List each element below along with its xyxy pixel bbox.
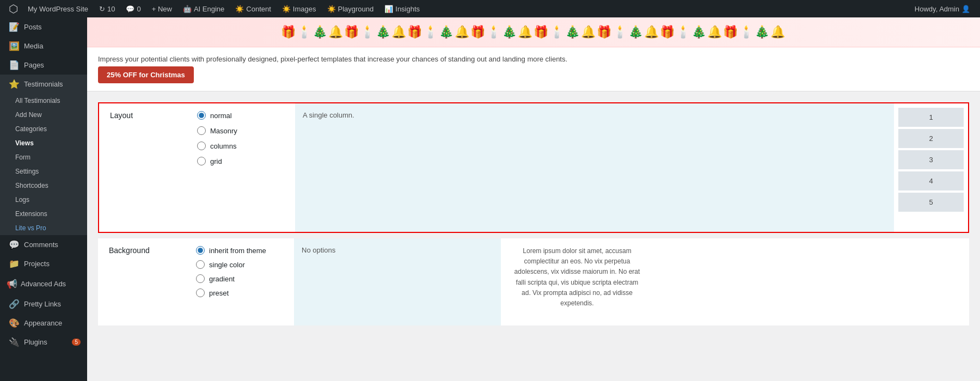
sidebar-item-comments[interactable]: 💬 Comments [0, 235, 87, 254]
revisions-item[interactable]: ↻ 10 [95, 0, 119, 17]
layout-option-columns[interactable]: columns [197, 142, 284, 150]
sidebar-pretty-links-label: Pretty Links [24, 300, 61, 308]
new-item[interactable]: + New [148, 0, 176, 17]
sidebar-sub-add-new[interactable]: Add New [0, 108, 87, 122]
revisions-icon: ↻ [99, 5, 105, 13]
sidebar-item-projects[interactable]: 📁 Projects [0, 254, 87, 273]
layout-option-masonry-label: Masonry [210, 127, 237, 135]
bg-option-gradient-label: gradient [209, 275, 235, 283]
posts-icon: 📝 [9, 22, 20, 32]
bg-option-preset[interactable]: preset [196, 288, 283, 297]
pages-icon: 📄 [9, 60, 20, 70]
comments-icon: 💬 [126, 5, 134, 13]
layout-radio-masonry[interactable] [197, 126, 206, 135]
background-label: Background [98, 238, 185, 325]
background-preview: No options [294, 238, 501, 325]
comments-count: 0 [137, 5, 140, 13]
images-icon: ☀️ [282, 5, 291, 13]
layout-option-grid[interactable]: grid [197, 157, 284, 165]
ai-engine-item[interactable]: 🤖 AI Engine [179, 0, 229, 17]
playground-item[interactable]: ☀️ Playground [323, 0, 378, 17]
background-no-options-text: No options [302, 246, 335, 254]
bg-radio-single[interactable] [196, 260, 205, 269]
content-icon: ☀️ [235, 5, 244, 13]
comments-sidebar-icon: 💬 [9, 239, 20, 250]
sidebar-sub-extensions[interactable]: Extensions [0, 207, 87, 221]
sidebar-item-posts[interactable]: 📝 Posts [0, 17, 87, 36]
site-name-item[interactable]: My WordPress Site [23, 0, 93, 17]
projects-icon: 📁 [9, 259, 20, 269]
layout-section: Layout normal Masonry columns [87, 91, 980, 336]
sidebar-pages-label: Pages [24, 61, 44, 69]
sidebar-sub-lite-vs-pro[interactable]: Lite vs Pro [0, 221, 87, 235]
sidebar-appearance-label: Appearance [24, 319, 62, 327]
layout-options: normal Masonry columns grid [186, 103, 295, 232]
layout-number-5[interactable]: 5 [898, 193, 964, 212]
bg-radio-gradient[interactable] [196, 274, 205, 283]
sidebar-sub-categories[interactable]: Categories [0, 122, 87, 136]
howdy-item[interactable]: Howdy, Admin 👤 [910, 0, 975, 17]
sidebar-item-pretty-links[interactable]: 🔗 Pretty Links [0, 294, 87, 314]
sidebar-testimonials-label: Testimonials [24, 80, 63, 88]
comments-item[interactable]: 💬 0 [121, 0, 145, 17]
layout-number-3[interactable]: 3 [898, 150, 964, 169]
sidebar-item-testimonials[interactable]: ⭐ Testimonials [0, 75, 87, 94]
sidebar-sub-logs[interactable]: Logs [0, 193, 87, 207]
layout-number-1[interactable]: 1 [898, 108, 964, 127]
bg-option-inherit[interactable]: inherit from theme [196, 246, 283, 255]
layout-option-columns-label: columns [210, 142, 236, 150]
christmas-offer-button[interactable]: 25% OFF for Christmas [98, 66, 194, 83]
advanced-ads-icon: 📢 [7, 279, 17, 289]
sidebar-submenu: All Testimonials Add New Categories View… [0, 94, 87, 235]
sidebar-comments-label: Comments [24, 241, 58, 249]
christmas-description: Impress your potential clients with prof… [98, 55, 567, 63]
christmas-icons: 🎁🕯️🎄🔔🎁🕯️🎄🔔🎁🕯️🎄🔔🎁🕯️🎄🔔🎁🕯️🎄🔔🎁🕯️🎄🔔🎁🕯️🎄🔔🎁🕯️🎄🔔 [281, 25, 786, 39]
bg-option-inherit-label: inherit from theme [209, 247, 266, 255]
pretty-links-icon: 🔗 [9, 299, 20, 309]
background-options: inherit from theme single color gradient… [185, 238, 294, 325]
layout-option-normal[interactable]: normal [197, 111, 284, 120]
bg-radio-preset[interactable] [196, 288, 205, 297]
testimonials-icon: ⭐ [9, 79, 20, 89]
christmas-text-row: Impress your potential clients with prof… [87, 47, 980, 66]
playground-label: Playground [338, 5, 374, 13]
layout-numbers: 1 2 3 4 5 [894, 103, 968, 232]
bg-option-gradient[interactable]: gradient [196, 274, 283, 283]
layout-preview-text: A single column. [303, 111, 354, 119]
ai-engine-label: AI Engine [194, 5, 224, 13]
christmas-decoration: 🎁🕯️🎄🔔🎁🕯️🎄🔔🎁🕯️🎄🔔🎁🕯️🎄🔔🎁🕯️🎄🔔🎁🕯️🎄🔔🎁🕯️🎄🔔🎁🕯️🎄🔔 [87, 17, 980, 47]
images-item[interactable]: ☀️ Images [278, 0, 321, 17]
bg-option-single[interactable]: single color [196, 260, 283, 269]
sidebar-item-pages[interactable]: 📄 Pages [0, 56, 87, 75]
layout-radio-columns[interactable] [197, 142, 206, 150]
layout-radio-normal[interactable] [197, 111, 206, 120]
sidebar-sub-shortcodes[interactable]: Shortcodes [0, 179, 87, 193]
sidebar-sub-views[interactable]: Views [0, 136, 87, 150]
site-name: My WordPress Site [28, 5, 88, 13]
sidebar-item-advanced-ads[interactable]: 📢 Advanced Ads [0, 273, 87, 294]
layout-option-masonry[interactable]: Masonry [197, 126, 284, 135]
playground-icon: ☀️ [327, 5, 336, 13]
bg-radio-inherit[interactable] [196, 246, 205, 255]
wp-wrapper: 📝 Posts 🖼️ Media 📄 Pages ⭐ Testimonials … [0, 17, 980, 381]
sidebar-sub-settings[interactable]: Settings [0, 164, 87, 179]
content-label: Content [246, 5, 271, 13]
sidebar-sub-all-testimonials[interactable]: All Testimonials [0, 94, 87, 108]
layout-radio-grid[interactable] [197, 157, 206, 165]
bg-option-preset-label: preset [209, 289, 229, 297]
wp-logo-icon[interactable]: ⬡ [5, 2, 21, 15]
insights-item[interactable]: 📊 Insights [380, 0, 424, 17]
background-section: Background inherit from theme single col… [98, 238, 969, 325]
layout-number-2[interactable]: 2 [898, 129, 964, 148]
background-lorem: Lorem ipsum dolor sit amet, accusam comp… [501, 238, 653, 325]
sidebar-item-media[interactable]: 🖼️ Media [0, 36, 87, 56]
christmas-banner: 🎁🕯️🎄🔔🎁🕯️🎄🔔🎁🕯️🎄🔔🎁🕯️🎄🔔🎁🕯️🎄🔔🎁🕯️🎄🔔🎁🕯️🎄🔔🎁🕯️🎄🔔… [87, 17, 980, 91]
sidebar-item-plugins[interactable]: 🔌 Plugins 5 [0, 333, 87, 352]
content-item[interactable]: ☀️ Content [231, 0, 275, 17]
layout-option-grid-label: grid [210, 157, 222, 165]
sidebar-sub-form[interactable]: Form [0, 150, 87, 164]
insights-label: Insights [395, 5, 420, 13]
admin-bar: ⬡ My WordPress Site ↻ 10 💬 0 + New 🤖 AI … [0, 0, 980, 17]
layout-number-4[interactable]: 4 [898, 171, 964, 190]
sidebar-item-appearance[interactable]: 🎨 Appearance [0, 314, 87, 333]
